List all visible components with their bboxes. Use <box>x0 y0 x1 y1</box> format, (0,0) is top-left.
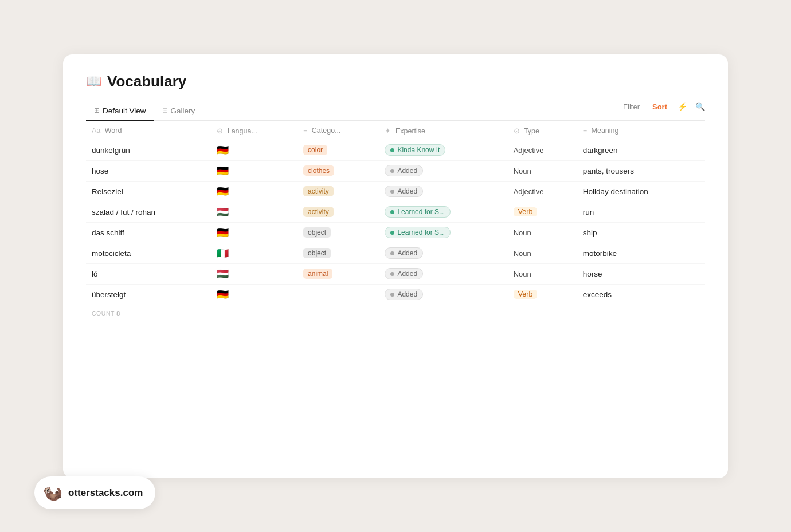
cell-meaning: motorbike <box>577 243 705 263</box>
cell-flag: 🇩🇪 <box>211 181 297 202</box>
col-category: ≡ Catego... <box>297 121 379 140</box>
table-row: das schiff🇩🇪objectLearned for S...Nounsh… <box>86 222 705 243</box>
cell-expertise: Added <box>379 181 507 202</box>
tab-gallery[interactable]: ⊟ Gallery <box>154 102 203 121</box>
cell-type: Noun <box>508 243 577 263</box>
col-language: ⊕ Langua... <box>211 121 297 140</box>
category-badge: animal <box>303 269 332 279</box>
expertise-label: Added <box>397 270 417 278</box>
type-label: Noun <box>514 167 531 175</box>
search-icon[interactable]: 🔍 <box>695 102 705 111</box>
type-label: Noun <box>514 249 531 258</box>
cell-word: hose <box>86 160 211 181</box>
tab-gallery-label: Gallery <box>171 107 195 115</box>
cell-expertise: Added <box>379 263 507 284</box>
expertise-dot <box>390 293 394 297</box>
col-expertise-icon: ✦ <box>385 127 391 135</box>
cell-type: Noun <box>508 263 577 284</box>
cell-expertise: Learned for S... <box>379 222 507 243</box>
cell-meaning: ship <box>577 222 705 243</box>
table-row: motocicleta🇮🇹objectAddedNounmotorbike <box>86 243 705 263</box>
cell-meaning: pants, trousers <box>577 160 705 181</box>
expertise-label: Added <box>397 187 417 195</box>
col-type-label: Type <box>524 127 539 135</box>
col-meaning-icon: ≡ <box>583 127 587 135</box>
count-cell: COUNT8 <box>86 305 705 321</box>
col-expertise-label: Expertise <box>395 127 425 135</box>
cell-meaning: horse <box>577 263 705 284</box>
cell-category: activity <box>297 181 379 202</box>
cell-word: das schiff <box>86 222 211 243</box>
flag-icon: 🇩🇪 <box>217 165 229 176</box>
cell-expertise: Learned for S... <box>379 202 507 222</box>
expertise-dot <box>390 251 394 255</box>
sort-button[interactable]: Sort <box>650 101 669 112</box>
count-label: COUNT <box>92 310 115 317</box>
flag-icon: 🇩🇪 <box>217 227 229 238</box>
expertise-pill: Learned for S... <box>385 227 451 238</box>
cell-flag: 🇩🇪 <box>211 160 297 181</box>
type-label: Adjective <box>514 146 544 155</box>
cell-word: ló <box>86 263 211 284</box>
count-value: 8 <box>116 310 120 317</box>
filter-button[interactable]: Filter <box>621 101 642 112</box>
table-row: übersteigt🇩🇪AddedVerbexceeds <box>86 284 705 305</box>
category-badge: object <box>303 227 331 238</box>
cell-meaning: Holiday destination <box>577 181 705 202</box>
watermark-icon: 🦦 <box>42 483 62 502</box>
page-header: 📖 Vocabulary <box>86 73 705 90</box>
cell-type: Adjective <box>508 140 577 160</box>
cell-flag: 🇩🇪 <box>211 140 297 160</box>
expertise-pill: Added <box>385 165 423 176</box>
col-expertise: ✦ Expertise <box>379 121 507 140</box>
table-row: szalad / fut / rohan🇭🇺activityLearned fo… <box>86 202 705 222</box>
table-row: Reiseziel🇩🇪activityAddedAdjectiveHoliday… <box>86 181 705 202</box>
expertise-dot <box>390 231 394 235</box>
flag-icon: 🇭🇺 <box>217 269 229 279</box>
col-type-icon: ⊙ <box>514 127 520 135</box>
cell-expertise: Added <box>379 284 507 305</box>
cell-word: motocicleta <box>86 243 211 263</box>
expertise-label: Added <box>397 290 417 298</box>
cell-flag: 🇩🇪 <box>211 222 297 243</box>
col-meaning: ≡ Meaning <box>577 121 705 140</box>
cell-flag: 🇩🇪 <box>211 284 297 305</box>
cell-meaning: darkgreen <box>577 140 705 160</box>
cell-flag: 🇭🇺 <box>211 202 297 222</box>
category-badge: clothes <box>303 165 334 176</box>
flag-icon: 🇭🇺 <box>217 207 229 218</box>
expertise-label: Learned for S... <box>397 208 445 216</box>
cell-expertise: Added <box>379 160 507 181</box>
flag-icon: 🇩🇪 <box>217 145 229 156</box>
flag-icon: 🇩🇪 <box>217 186 229 197</box>
flag-icon: 🇩🇪 <box>217 289 229 300</box>
cell-flag: 🇭🇺 <box>211 263 297 284</box>
expertise-label: Kinda Know It <box>397 146 440 154</box>
cell-type: Verb <box>508 202 577 222</box>
cell-category: animal <box>297 263 379 284</box>
cell-type: Noun <box>508 222 577 243</box>
tabs-row: ⊞ Default View ⊟ Gallery <box>86 102 705 121</box>
expertise-dot <box>390 210 394 214</box>
expertise-pill: Added <box>385 268 423 279</box>
expertise-pill: Added <box>385 186 423 197</box>
cell-type: Verb <box>508 284 577 305</box>
type-label: Noun <box>514 228 531 237</box>
page-icon: 📖 <box>86 74 101 89</box>
cell-word: dunkelgrün <box>86 140 211 160</box>
cell-category: object <box>297 243 379 263</box>
cell-category <box>297 284 379 305</box>
col-category-label: Catego... <box>312 127 341 135</box>
category-badge: color <box>303 145 327 155</box>
category-badge: object <box>303 248 331 258</box>
tab-default-view[interactable]: ⊞ Default View <box>86 102 154 121</box>
type-verb-badge: Verb <box>514 207 538 216</box>
expertise-dot <box>390 190 394 194</box>
cell-meaning: exceeds <box>577 284 705 305</box>
expertise-label: Learned for S... <box>397 228 445 237</box>
type-label: Noun <box>514 270 531 278</box>
cell-category: color <box>297 140 379 160</box>
lightning-icon[interactable]: ⚡ <box>678 102 687 111</box>
col-type: ⊙ Type <box>508 121 577 140</box>
watermark: 🦦 otterstacks.com <box>34 476 155 509</box>
